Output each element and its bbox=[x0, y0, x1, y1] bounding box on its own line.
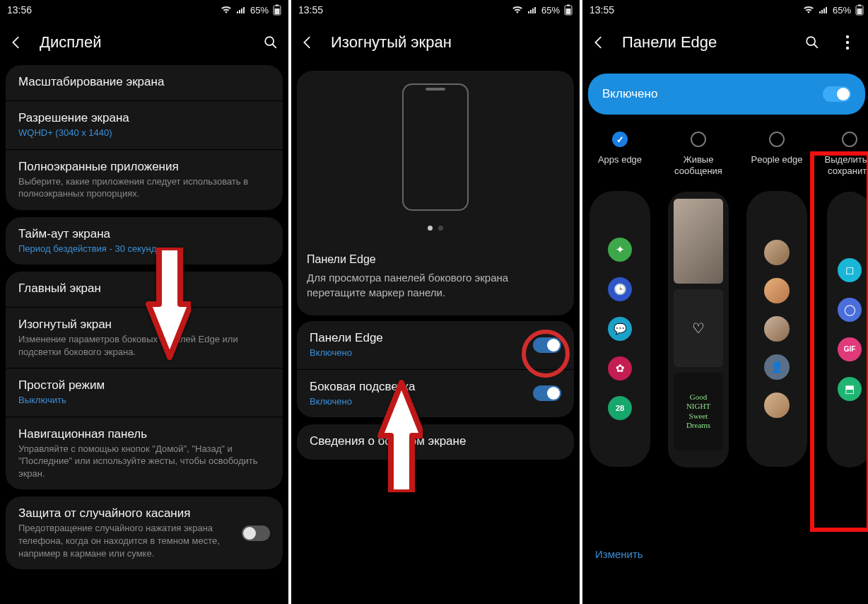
app-header: Панели Edge bbox=[582, 20, 868, 65]
avatar-icon bbox=[764, 393, 790, 418]
phone-edge-panels: 13:55 65% Панели Edge Включено Apps edge bbox=[582, 0, 868, 604]
page-title: Изогнутый экран bbox=[331, 33, 571, 52]
svg-line-12 bbox=[814, 45, 818, 48]
avatar-icon bbox=[764, 278, 790, 303]
calendar-icon: 28 bbox=[608, 396, 632, 420]
toggle-edge-lighting[interactable] bbox=[533, 385, 561, 401]
illustration-body: Для просмотра панелей бокового экрана пе… bbox=[307, 270, 564, 300]
battery-icon bbox=[273, 4, 281, 16]
row-subtitle: Выберите, какие приложения следует испол… bbox=[18, 175, 270, 200]
battery-icon bbox=[855, 4, 864, 16]
row-title: Навигационная панель bbox=[18, 427, 270, 441]
live-msg-thumb: ♡ bbox=[674, 289, 723, 367]
status-time: 13:55 bbox=[298, 4, 512, 16]
panel-live-messages[interactable]: Живые сообщения ♡ Good NIGHT Sweet Dream… bbox=[664, 132, 732, 528]
svg-rect-2 bbox=[275, 8, 280, 14]
row-title: Панели Edge bbox=[310, 331, 533, 345]
status-bar: 13:56 65% bbox=[0, 0, 288, 20]
back-icon[interactable] bbox=[8, 35, 25, 50]
panel-preview: ♡ Good NIGHT Sweet Dreams bbox=[668, 192, 729, 467]
row-title: Масштабирование экрана bbox=[18, 75, 270, 89]
avatar-icon bbox=[764, 240, 790, 265]
phone-display-settings: 13:56 65% Дисплей Масштабирование экрана bbox=[0, 0, 288, 604]
panel-checkbox[interactable] bbox=[691, 132, 706, 147]
battery-percent: 65% bbox=[250, 5, 269, 16]
panel-checkbox[interactable] bbox=[769, 132, 785, 147]
avatar-placeholder-icon: 👤 bbox=[764, 354, 790, 380]
toggle-master[interactable] bbox=[823, 86, 851, 102]
app-header: Изогнутый экран bbox=[291, 20, 580, 65]
annotation-arrow-icon bbox=[359, 379, 423, 492]
svg-point-14 bbox=[846, 41, 849, 44]
page-title: Панели Edge bbox=[622, 33, 790, 52]
row-title: Разрешение экрана bbox=[18, 111, 270, 125]
more-icon[interactable] bbox=[845, 35, 862, 50]
row-resolution[interactable]: Разрешение экрана WQHD+ (3040 x 1440) bbox=[6, 101, 283, 150]
annotation-box bbox=[810, 151, 868, 532]
avatar-icon bbox=[764, 316, 790, 342]
signal-icon bbox=[527, 6, 537, 14]
row-fullscreen-apps[interactable]: Полноэкранные приложения Выберите, какие… bbox=[6, 150, 283, 210]
svg-rect-7 bbox=[566, 8, 571, 14]
phone-edge-screen: 13:55 65% Изогнутый экран Панели Edge Дл… bbox=[291, 0, 580, 604]
clock-icon: 🕒 bbox=[608, 277, 632, 301]
svg-point-13 bbox=[846, 35, 849, 38]
battery-icon bbox=[564, 4, 573, 16]
wifi-icon bbox=[221, 6, 232, 14]
row-scaling[interactable]: Масштабирование экрана bbox=[6, 65, 283, 101]
phone-outline-icon bbox=[402, 83, 469, 211]
row-subtitle: WQHD+ (3040 x 1440) bbox=[18, 127, 270, 139]
row-title: Защита от случайного касания bbox=[18, 506, 242, 521]
enabled-label: Включено bbox=[602, 87, 823, 101]
signal-icon bbox=[236, 6, 246, 14]
svg-rect-6 bbox=[567, 5, 570, 6]
search-icon[interactable] bbox=[263, 35, 280, 50]
panel-checkbox[interactable] bbox=[612, 132, 628, 147]
row-subtitle: Предотвращение случайного нажатия экрана… bbox=[18, 522, 242, 559]
annotation-arrow-icon bbox=[127, 248, 191, 361]
wifi-icon bbox=[512, 6, 523, 14]
panel-preview: ✦ 🕒 💬 ✿ 28 bbox=[590, 191, 650, 467]
gallery-icon: ✿ bbox=[608, 356, 632, 381]
row-nav-panel[interactable]: Навигационная панель Управляйте с помощь… bbox=[6, 417, 283, 490]
toggle-accidental-touch[interactable] bbox=[242, 525, 270, 541]
row-accidental-touch[interactable]: Защита от случайного касания Предотвраще… bbox=[6, 496, 283, 569]
row-easy-mode[interactable]: Простой режим Выключить bbox=[6, 368, 283, 417]
panel-preview: 👤 bbox=[746, 191, 807, 467]
illustration-title: Панели Edge bbox=[307, 253, 564, 266]
battery-percent: 65% bbox=[833, 5, 851, 16]
wifi-icon bbox=[803, 6, 814, 14]
back-icon[interactable] bbox=[591, 35, 608, 50]
panel-label: Живые сообщения bbox=[674, 154, 722, 178]
svg-point-15 bbox=[846, 47, 849, 50]
panel-apps-edge[interactable]: Apps edge ✦ 🕒 💬 ✿ 28 bbox=[588, 132, 652, 528]
svg-rect-9 bbox=[858, 5, 861, 6]
status-bar: 13:55 65% bbox=[582, 0, 868, 20]
panel-label: People edge bbox=[751, 154, 802, 177]
row-subtitle: Управляйте с помощью кнопок "Домой", "На… bbox=[18, 443, 270, 480]
status-time: 13:56 bbox=[7, 4, 221, 16]
edit-link[interactable]: Изменить bbox=[595, 548, 643, 560]
illustration-card: Панели Edge Для просмотра панелей боково… bbox=[297, 71, 574, 315]
row-edge-lighting[interactable]: Боковая подсветка Включено bbox=[297, 370, 574, 418]
live-msg-thumb: Good NIGHT Sweet Dreams bbox=[674, 373, 723, 451]
svg-line-4 bbox=[273, 45, 276, 48]
svg-rect-1 bbox=[276, 5, 278, 6]
calculator-icon: ✦ bbox=[608, 238, 632, 262]
panel-checkbox[interactable] bbox=[842, 132, 857, 147]
signal-icon bbox=[819, 6, 828, 14]
live-msg-thumb bbox=[674, 199, 723, 284]
row-edge-info[interactable]: Сведения о боковом экране bbox=[297, 424, 574, 460]
row-title: Полноэкранные приложения bbox=[18, 160, 270, 174]
status-time: 13:55 bbox=[590, 4, 803, 16]
search-icon[interactable] bbox=[804, 35, 821, 50]
page-indicator bbox=[307, 221, 564, 233]
back-icon[interactable] bbox=[300, 35, 317, 50]
panel-label: Apps edge bbox=[598, 154, 642, 177]
row-title: Тайм-аут экрана bbox=[18, 227, 270, 241]
svg-rect-10 bbox=[857, 8, 862, 14]
panel-people-edge[interactable]: People edge 👤 bbox=[745, 132, 809, 528]
row-subtitle: Выключить bbox=[18, 394, 270, 407]
messages-icon: 💬 bbox=[608, 317, 632, 341]
enabled-pill[interactable]: Включено bbox=[588, 74, 865, 115]
